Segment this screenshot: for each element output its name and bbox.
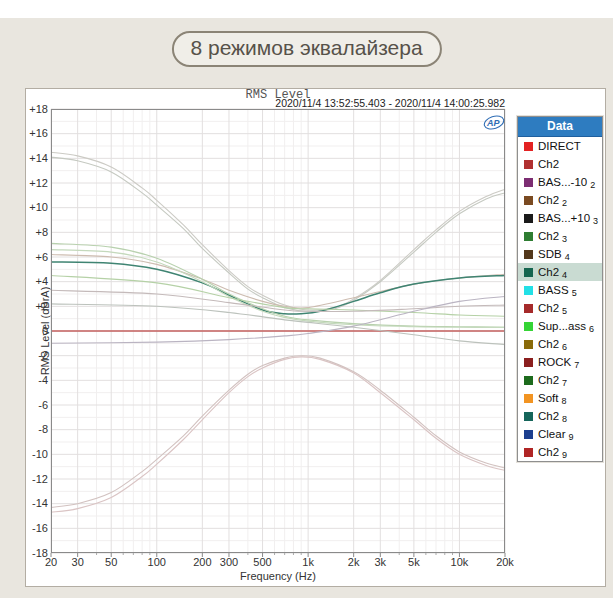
legend-item-subscript: 8 [562,414,567,424]
series-curve [51,304,505,345]
x-tick-label: 500 [243,556,283,569]
legend-swatch-icon [524,340,533,349]
y-tick-label: +2 [22,300,48,313]
legend-swatch-icon [524,286,533,295]
legend-swatch-icon [524,394,533,403]
legend-item[interactable]: Soft8 [518,389,602,407]
y-tick-label: +18 [22,103,48,116]
series-curve [51,290,505,311]
y-tick-label: +12 [22,177,48,190]
legend-item[interactable]: Sup...ass6 [518,317,602,335]
legend-item[interactable]: BASS5 [518,281,602,299]
x-tick-label: 100 [137,556,177,569]
x-tick-label: 1k [288,556,328,569]
ap-logo-icon: AP [483,115,505,130]
legend-swatch-icon [524,376,533,385]
legend-item[interactable]: Ch23 [518,227,602,245]
y-tick-label: 0 [22,325,48,338]
legend-item-label: Ch2 [538,194,559,206]
legend-item-subscript: 3 [562,234,567,244]
legend-rows: DIRECTCh2BAS...-102Ch22BAS...+103Ch23SDB… [518,137,602,461]
legend-swatch-icon [524,358,533,367]
legend-item[interactable]: BAS...+103 [518,209,602,227]
y-tick-label: +10 [22,201,48,214]
legend-item[interactable]: BAS...-102 [518,173,602,191]
y-tick-label: +16 [22,127,48,140]
legend-swatch-icon [524,430,533,439]
legend-item-subscript: 9 [568,432,573,442]
y-tick-label: -10 [22,448,48,461]
y-tick-label: -4 [22,374,48,387]
legend-item-label: Ch2 [538,230,559,242]
y-tick-label: -12 [22,473,48,486]
series-curve [51,250,505,328]
legend-item[interactable]: DIRECT [518,137,602,155]
legend-item[interactable]: Clear9 [518,425,602,443]
legend-item-label: Ch2 [538,374,559,386]
series-curve [51,356,505,508]
legend-item-label: SDB [538,248,562,260]
legend-item[interactable]: ROCK7 [518,353,602,371]
series-curve [51,243,505,327]
legend-swatch-icon [524,142,533,151]
legend-item[interactable]: Ch25 [518,299,602,317]
y-tick-label: -2 [22,349,48,362]
x-tick-label: 5k [394,556,434,569]
legend-panel: Data DIRECTCh2BAS...-102Ch22BAS...+103Ch… [517,116,603,462]
legend-item[interactable]: Ch29 [518,443,602,461]
page-title: 8 режимов эквалайзера [171,31,441,67]
legend-swatch-icon [524,322,533,331]
legend-item-subscript: 2 [590,180,595,190]
legend-item-label: BAS...+10 [538,212,590,224]
legend-swatch-icon [524,214,533,223]
chart-panel: RMS Level 2020/11/4 13:52:55.403 - 2020/… [25,88,606,587]
legend-item-label: Ch2 [538,266,559,278]
legend-swatch-icon [524,304,533,313]
legend-item-label: BAS...-10 [538,176,587,188]
legend-item-subscript: 4 [565,252,570,262]
legend-item[interactable]: Ch27 [518,371,602,389]
legend-item[interactable]: Ch26 [518,335,602,353]
y-tick-label: +4 [22,275,48,288]
legend-item-subscript: 2 [562,198,567,208]
legend-swatch-icon [524,268,533,277]
legend-item-label: Ch2 [538,338,559,350]
x-tick-label: 50 [91,556,131,569]
svg-text:AP: AP [486,118,500,128]
legend-item-label: Ch2 [538,302,559,314]
legend-swatch-icon [524,412,533,421]
y-tick-label: +6 [22,251,48,264]
legend-swatch-icon [524,250,533,259]
legend-item[interactable]: SDB4 [518,245,602,263]
legend-item-subscript: 6 [589,324,594,334]
legend-item-label: Ch2 [538,410,559,422]
legend-item-subscript: 3 [593,216,598,226]
y-tick-label: -14 [22,497,48,510]
legend-item-label: Ch2 [538,158,559,170]
y-tick-label: +14 [22,152,48,165]
frequency-response-plot [51,109,505,559]
legend-item-subscript: 7 [562,378,567,388]
legend-item-label: DIRECT [538,140,581,152]
legend-item-subscript: 5 [572,288,577,298]
legend-swatch-icon [524,196,533,205]
legend-item-subscript: 4 [562,270,567,280]
y-tick-label: -6 [22,399,48,412]
legend-swatch-icon [524,160,533,169]
legend-item[interactable]: Ch22 [518,191,602,209]
legend-item-label: Clear [538,428,565,440]
x-axis-title: Frequency (Hz) [51,570,505,582]
y-tick-label: -16 [22,522,48,535]
legend-swatch-icon [524,232,533,241]
chart-date-range: 2020/11/4 13:52:55.403 - 2020/11/4 14:00… [51,98,505,109]
legend-item-label: Soft [538,392,558,404]
legend-item[interactable]: Ch28 [518,407,602,425]
legend-swatch-icon [524,448,533,457]
legend-header: Data [518,117,602,137]
x-tick-label: 20k [485,556,525,569]
legend-item-subscript: 6 [562,342,567,352]
y-tick-label: +8 [22,226,48,239]
legend-item[interactable]: Ch2 [518,155,602,173]
series-curve [51,157,505,311]
legend-item[interactable]: Ch24 [518,263,602,281]
